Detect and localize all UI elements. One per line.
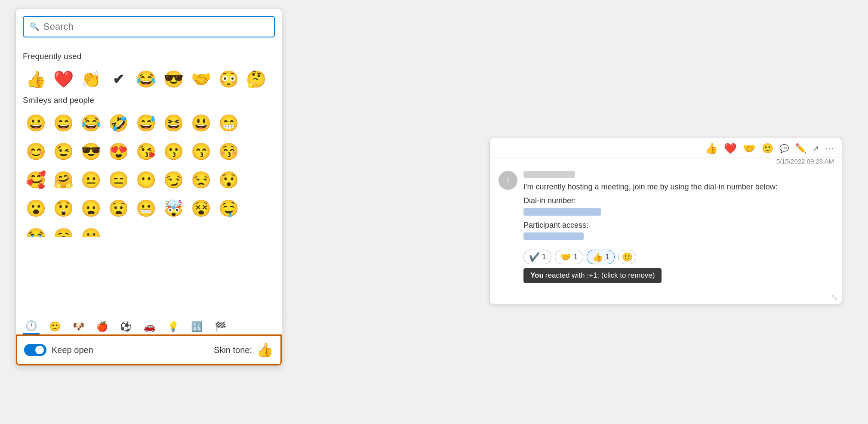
emoji-laughing[interactable]: 😆 <box>160 110 186 136</box>
emoji-kissing-smile[interactable]: 😙 <box>188 139 214 164</box>
toolbar-handshake[interactable]: 🤝 <box>743 142 756 155</box>
search-box: 🔍 <box>23 16 275 37</box>
emoji-beaming[interactable]: 😁 <box>215 110 241 136</box>
emoji-mind-blown[interactable]: 🤯 <box>160 195 186 221</box>
emoji-joy[interactable]: 😂 <box>78 110 104 136</box>
smileys-row-4: 😮 😲 😦 😧 😬 🤯 😵 🤤 <box>23 195 275 221</box>
emoji-smirk[interactable]: 😏 <box>160 167 186 193</box>
toolbar-heart[interactable]: ❤️ <box>724 142 737 155</box>
message-content: I'm currently hosting a meeting, join me… <box>523 171 833 283</box>
toolbar-reply[interactable]: ↗ <box>813 144 819 153</box>
toolbar-emoji-picker[interactable]: 🙂 <box>762 143 773 154</box>
add-reaction-button[interactable]: 🙂 <box>618 250 636 264</box>
emoji-handshake[interactable]: 🤝 <box>188 66 214 92</box>
category-smileys[interactable]: 🙂 <box>46 319 63 334</box>
category-animals[interactable]: 🐶 <box>70 319 87 334</box>
toggle-thumb <box>35 346 44 354</box>
emoji-smiley[interactable]: 😃 <box>188 110 214 136</box>
message-toolbar: 👍 ❤️ 🤝 🙂 💬 ✏️ ↗ ··· <box>490 138 842 158</box>
reaction-handshake[interactable]: 🤝 1 <box>555 250 583 264</box>
emoji-grinning[interactable]: 😀 <box>23 110 49 136</box>
resize-handles: ⤡ <box>490 290 842 304</box>
emoji-hugging[interactable]: 🥰 <box>23 167 49 193</box>
category-travel[interactable]: 🚗 <box>141 319 158 334</box>
emoji-no-mouth[interactable]: 😶 <box>133 167 159 193</box>
participant-value <box>523 232 584 240</box>
reaction-thumbs-count: 1 <box>605 253 609 261</box>
emoji-drool[interactable]: 🤤 <box>215 195 241 221</box>
emoji-shush[interactable]: 🤫 <box>78 224 104 237</box>
reaction-thumbsup[interactable]: 👍 1 <box>587 250 615 264</box>
emoji-rofl[interactable]: 🤣 <box>105 110 131 136</box>
emoji-heart-eyes[interactable]: 😍 <box>105 139 131 164</box>
smileys-row-3: 🥰 🤗 😐 😑 😶 😏 😒 😯 <box>23 167 275 193</box>
emoji-cool[interactable]: 😎 <box>78 139 104 164</box>
emoji-kiss[interactable]: 😘 <box>133 139 159 164</box>
category-bar: 🕐 🙂 🐶 🍎 ⚽ 🚗 💡 🔣 🏁 <box>16 315 282 334</box>
emoji-sunglasses[interactable]: 😎 <box>160 66 186 92</box>
dial-in-label: Dial-in number: <box>523 196 833 205</box>
toolbar-more[interactable]: ··· <box>825 143 834 154</box>
emoji-sweat-smile[interactable]: 😅 <box>133 110 159 136</box>
emoji-heart[interactable]: ❤️ <box>50 66 76 92</box>
message-timestamp: 5/15/2022 09:28 AM <box>490 158 842 167</box>
reactions-row: ✔️ 1 🤝 1 👍 1 🙂 <box>523 250 833 264</box>
emoji-astonished[interactable]: 😲 <box>50 195 76 221</box>
smileys-row-5: 😭 🥱 🤫 <box>23 224 275 237</box>
category-food[interactable]: 🍎 <box>94 319 111 334</box>
emoji-kissing[interactable]: 😗 <box>160 139 186 164</box>
emoji-picker: 🔍 Frequently used 👍 ❤️ 👏 ✔ 😂 😎 🤝 😳 🤔 Smi… <box>15 9 282 366</box>
smileys-row-2: 😊 😉 😎 😍 😘 😗 😙 😚 <box>23 139 275 164</box>
category-activities[interactable]: ⚽ <box>117 319 134 334</box>
emoji-expressionless[interactable]: 😑 <box>105 167 131 193</box>
emoji-thinking[interactable]: 🤔 <box>243 66 269 92</box>
emoji-grimacing[interactable]: 😬 <box>133 195 159 221</box>
toolbar-edit[interactable]: ✏️ <box>795 143 806 154</box>
resize-icon[interactable]: ⤡ <box>831 292 838 302</box>
emoji-yawning[interactable]: 🥱 <box>50 224 76 237</box>
emoji-flushed[interactable]: 😳 <box>215 66 241 92</box>
tooltip-text: reacted with :+1: (click to remove) <box>545 271 655 280</box>
emoji-sob[interactable]: 😭 <box>23 224 49 237</box>
reaction-check-count: 1 <box>542 253 546 261</box>
emoji-laugh[interactable]: 😂 <box>133 66 159 92</box>
category-objects[interactable]: 💡 <box>165 319 182 334</box>
category-recent[interactable]: 🕐 <box>23 319 40 334</box>
frequently-used-label: Frequently used <box>23 52 275 61</box>
picker-footer: Keep open Skin tone: 👍 <box>16 334 282 365</box>
skin-tone-emoji[interactable]: 👍 <box>256 342 274 358</box>
search-input[interactable] <box>43 21 268 32</box>
emoji-grin[interactable]: 😄 <box>50 110 76 136</box>
emoji-thumbsup[interactable]: 👍 <box>23 66 49 92</box>
emoji-check[interactable]: ✔ <box>105 66 131 92</box>
emoji-unamused[interactable]: 😒 <box>188 167 214 193</box>
emoji-wink[interactable]: 😉 <box>50 139 76 164</box>
keep-open-toggle[interactable] <box>24 344 46 356</box>
emoji-content: Frequently used 👍 ❤️ 👏 ✔ 😂 😎 🤝 😳 🤔 Smile… <box>16 42 282 315</box>
reaction-handshake-count: 1 <box>573 253 577 261</box>
category-symbols[interactable]: 🔣 <box>188 319 205 334</box>
emoji-frowning[interactable]: 😦 <box>78 195 104 221</box>
emoji-kissing-closed[interactable]: 😚 <box>215 139 241 164</box>
participant-label: Participant access: <box>523 221 833 230</box>
emoji-dizzy[interactable]: 😵 <box>188 195 214 221</box>
search-icon: 🔍 <box>30 22 39 31</box>
emoji-blush[interactable]: 😊 <box>23 139 49 164</box>
emoji-hug[interactable]: 🤗 <box>50 167 76 193</box>
message-body: i I'm currently hosting a meeting, join … <box>490 167 842 290</box>
toolbar-quote[interactable]: 💬 <box>779 144 789 153</box>
emoji-anguished[interactable]: 😧 <box>105 195 131 221</box>
reaction-check-emoji: ✔️ <box>529 252 540 262</box>
emoji-hushed[interactable]: 😯 <box>215 167 241 193</box>
emoji-open-mouth[interactable]: 😮 <box>23 195 49 221</box>
smileys-row-1: 😀 😄 😂 🤣 😅 😆 😃 😁 <box>23 110 275 136</box>
sender-name <box>523 171 575 178</box>
reaction-checkmark[interactable]: ✔️ 1 <box>523 250 551 264</box>
emoji-neutral[interactable]: 😐 <box>78 167 104 193</box>
emoji-clap[interactable]: 👏 <box>78 66 104 92</box>
reaction-handshake-emoji: 🤝 <box>560 252 571 262</box>
category-flags[interactable]: 🏁 <box>212 319 229 334</box>
dial-in-value <box>523 208 601 216</box>
toolbar-thumbsup[interactable]: 👍 <box>705 142 718 155</box>
search-container: 🔍 <box>16 9 282 42</box>
